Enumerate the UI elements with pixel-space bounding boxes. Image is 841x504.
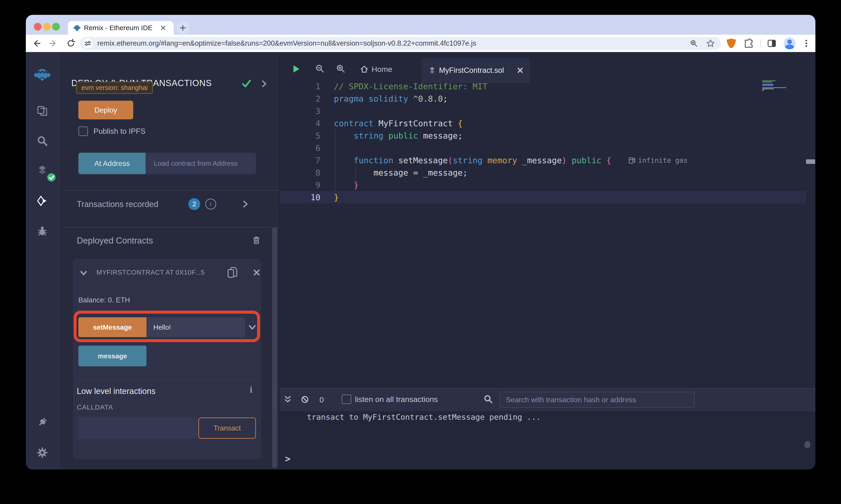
zoom-window-button[interactable] xyxy=(52,23,60,31)
line-number: 9 xyxy=(280,180,321,190)
minimap[interactable] xyxy=(762,80,799,94)
info-icon[interactable] xyxy=(205,199,216,210)
close-file-icon[interactable] xyxy=(516,67,524,74)
line-number: 1 xyxy=(280,82,321,91)
home-icon[interactable] xyxy=(360,65,369,74)
line-number: 8 xyxy=(280,168,321,177)
at-address-input[interactable] xyxy=(145,153,256,174)
terminal-prompt[interactable]: > xyxy=(285,453,290,464)
publish-ipfs-checkbox[interactable] xyxy=(79,126,88,136)
zoom-out-icon[interactable] xyxy=(315,64,324,73)
transact-button[interactable]: Transact xyxy=(199,417,256,439)
code-line[interactable]: 4contract MyFirstContract { xyxy=(280,117,806,129)
collapse-panel-chevron-icon[interactable] xyxy=(260,80,268,88)
close-window-button[interactable] xyxy=(34,23,41,31)
editor-scrollbar[interactable] xyxy=(806,159,815,164)
copy-address-icon[interactable] xyxy=(227,266,239,279)
tab-home[interactable]: Home xyxy=(372,64,392,74)
file-explorer-icon[interactable] xyxy=(36,105,48,117)
extensions-puzzle-icon[interactable] xyxy=(743,38,754,49)
remix-logo-icon[interactable] xyxy=(34,67,51,83)
clear-console-icon[interactable] xyxy=(301,395,309,404)
remove-contract-icon[interactable] xyxy=(253,269,260,276)
divider xyxy=(62,190,279,191)
plugin-manager-icon[interactable] xyxy=(36,416,48,428)
back-icon[interactable] xyxy=(31,38,41,48)
code-line[interactable]: 9 } xyxy=(280,179,806,191)
code-line[interactable]: 10} xyxy=(280,191,806,203)
contract-collapse-chevron-icon[interactable] xyxy=(80,269,87,277)
zoom-page-icon[interactable] xyxy=(690,39,698,48)
metamask-extension-icon[interactable] xyxy=(726,39,736,48)
tab-myfirstcontract[interactable]: MyFirstContract.sol xyxy=(422,58,530,83)
side-panel-icon[interactable] xyxy=(767,38,777,49)
terminal-scrollbar[interactable] xyxy=(804,441,810,448)
minimap-line xyxy=(762,80,776,81)
code-line[interactable]: 5 string public message; xyxy=(280,129,806,142)
message-button[interactable]: message xyxy=(79,346,147,366)
contract-balance: Balance: 0. ETH xyxy=(79,296,130,304)
compile-success-badge xyxy=(46,172,56,182)
code-line[interactable]: 6 xyxy=(280,142,806,154)
settings-gear-icon[interactable] xyxy=(36,447,48,458)
site-settings-icon[interactable] xyxy=(83,38,93,48)
indent-guide xyxy=(355,166,356,191)
minimap-line xyxy=(762,91,762,92)
code-text: } xyxy=(334,180,359,190)
deploy-run-icon[interactable] xyxy=(36,195,48,207)
code-line[interactable]: 8 message = _message; xyxy=(280,166,806,179)
browser-tab-title: Remix - Ethereum IDE xyxy=(84,24,152,32)
calldata-input[interactable] xyxy=(79,417,198,439)
line-number: 10 xyxy=(280,193,321,202)
minimap-line xyxy=(762,88,774,89)
bookmark-star-icon[interactable] xyxy=(706,39,715,48)
reload-icon[interactable] xyxy=(66,38,76,48)
set-message-input[interactable] xyxy=(147,317,245,337)
contract-title[interactable]: MYFIRSTCONTRACT AT 0X10F...5 xyxy=(97,269,205,276)
set-message-button[interactable]: setMessage xyxy=(79,317,147,337)
deploy-button[interactable]: Deploy xyxy=(79,101,133,120)
browser-toolbar: remix.ethereum.org/#lang=en&optimize=fal… xyxy=(26,35,816,52)
code-line[interactable]: 7 function setMessage(string memory _mes… xyxy=(280,154,806,166)
minimap-line xyxy=(762,84,773,85)
expand-params-chevron-icon[interactable] xyxy=(248,323,257,332)
code-line[interactable]: 3 xyxy=(280,105,806,117)
code-line[interactable]: 2pragma solidity ^0.8.0; xyxy=(280,92,806,105)
at-address-button[interactable]: At Address xyxy=(79,153,145,174)
gas-pump-icon xyxy=(629,156,635,164)
screen: Remix - Ethereum IDE xyxy=(0,0,841,504)
close-tab-icon[interactable] xyxy=(160,25,166,31)
indent-guide xyxy=(335,129,336,191)
listen-transactions-checkbox[interactable] xyxy=(342,394,351,404)
terminal-search-input[interactable] xyxy=(500,392,695,408)
zoom-in-icon[interactable] xyxy=(336,64,345,73)
panel-scrollbar[interactable] xyxy=(272,227,277,468)
info-icon[interactable] xyxy=(250,384,252,395)
calldata-label: CALLDATA xyxy=(77,403,113,411)
forward-icon[interactable] xyxy=(48,38,58,48)
url-bar[interactable]: remix.ethereum.org/#lang=en&optimize=fal… xyxy=(80,37,721,50)
line-number: 6 xyxy=(280,143,321,153)
check-icon xyxy=(241,78,252,89)
code-line[interactable]: 1// SPDX-License-Identifier: MIT xyxy=(280,80,806,92)
profile-avatar[interactable] xyxy=(784,37,795,49)
line-number: 7 xyxy=(280,156,321,165)
debugger-icon[interactable] xyxy=(36,225,48,237)
trash-icon[interactable] xyxy=(252,235,261,246)
code-text: contract MyFirstContract { xyxy=(334,119,463,128)
new-tab-button[interactable] xyxy=(176,21,189,34)
expand-terminal-icon[interactable] xyxy=(284,395,292,404)
evm-version-badge: evm version: shanghai xyxy=(76,82,153,94)
minimize-window-button[interactable] xyxy=(43,23,51,31)
transactions-expand-chevron-icon[interactable] xyxy=(241,200,249,208)
search-icon[interactable] xyxy=(36,135,48,147)
line-number: 3 xyxy=(280,106,321,116)
toolbar-divider xyxy=(760,39,761,48)
minimap-line xyxy=(762,85,773,86)
browser-tab[interactable]: Remix - Ethereum IDE xyxy=(68,21,174,35)
divider xyxy=(62,227,279,228)
gas-annotation: infinite gas xyxy=(629,154,688,166)
browser-menu-icon[interactable] xyxy=(801,38,811,49)
run-script-icon[interactable] xyxy=(292,65,301,73)
solidity-compiler-icon[interactable] xyxy=(36,164,48,176)
